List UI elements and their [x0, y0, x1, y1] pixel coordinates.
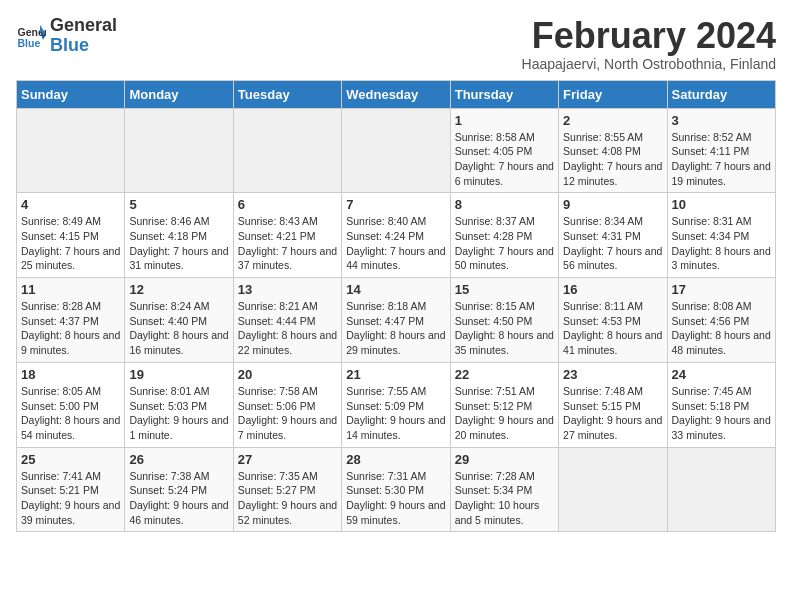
- calendar-cell: [559, 447, 667, 532]
- day-info: Sunrise: 7:31 AM Sunset: 5:30 PM Dayligh…: [346, 469, 445, 528]
- calendar-cell: 28Sunrise: 7:31 AM Sunset: 5:30 PM Dayli…: [342, 447, 450, 532]
- calendar-cell: 7Sunrise: 8:40 AM Sunset: 4:24 PM Daylig…: [342, 193, 450, 278]
- day-info: Sunrise: 7:35 AM Sunset: 5:27 PM Dayligh…: [238, 469, 337, 528]
- weekday-header-saturday: Saturday: [667, 80, 775, 108]
- calendar-cell: 15Sunrise: 8:15 AM Sunset: 4:50 PM Dayli…: [450, 278, 558, 363]
- weekday-header-sunday: Sunday: [17, 80, 125, 108]
- calendar-cell: 19Sunrise: 8:01 AM Sunset: 5:03 PM Dayli…: [125, 362, 233, 447]
- day-info: Sunrise: 8:55 AM Sunset: 4:08 PM Dayligh…: [563, 130, 662, 189]
- day-number: 11: [21, 282, 120, 297]
- day-info: Sunrise: 8:52 AM Sunset: 4:11 PM Dayligh…: [672, 130, 771, 189]
- day-number: 13: [238, 282, 337, 297]
- calendar-cell: 1Sunrise: 8:58 AM Sunset: 4:05 PM Daylig…: [450, 108, 558, 193]
- day-number: 5: [129, 197, 228, 212]
- day-info: Sunrise: 8:46 AM Sunset: 4:18 PM Dayligh…: [129, 214, 228, 273]
- day-number: 25: [21, 452, 120, 467]
- day-info: Sunrise: 8:37 AM Sunset: 4:28 PM Dayligh…: [455, 214, 554, 273]
- calendar-cell: 16Sunrise: 8:11 AM Sunset: 4:53 PM Dayli…: [559, 278, 667, 363]
- day-info: Sunrise: 8:18 AM Sunset: 4:47 PM Dayligh…: [346, 299, 445, 358]
- day-number: 22: [455, 367, 554, 382]
- calendar-cell: 13Sunrise: 8:21 AM Sunset: 4:44 PM Dayli…: [233, 278, 341, 363]
- day-number: 6: [238, 197, 337, 212]
- calendar-week-row: 4Sunrise: 8:49 AM Sunset: 4:15 PM Daylig…: [17, 193, 776, 278]
- day-info: Sunrise: 8:40 AM Sunset: 4:24 PM Dayligh…: [346, 214, 445, 273]
- calendar-cell: 8Sunrise: 8:37 AM Sunset: 4:28 PM Daylig…: [450, 193, 558, 278]
- day-number: 4: [21, 197, 120, 212]
- calendar-cell: 25Sunrise: 7:41 AM Sunset: 5:21 PM Dayli…: [17, 447, 125, 532]
- logo-icon: General Blue: [16, 21, 46, 51]
- day-info: Sunrise: 8:15 AM Sunset: 4:50 PM Dayligh…: [455, 299, 554, 358]
- calendar-cell: 21Sunrise: 7:55 AM Sunset: 5:09 PM Dayli…: [342, 362, 450, 447]
- main-title: February 2024: [522, 16, 776, 56]
- calendar-cell: 4Sunrise: 8:49 AM Sunset: 4:15 PM Daylig…: [17, 193, 125, 278]
- day-number: 15: [455, 282, 554, 297]
- calendar-week-row: 18Sunrise: 8:05 AM Sunset: 5:00 PM Dayli…: [17, 362, 776, 447]
- day-info: Sunrise: 8:01 AM Sunset: 5:03 PM Dayligh…: [129, 384, 228, 443]
- day-number: 1: [455, 113, 554, 128]
- calendar-cell: 20Sunrise: 7:58 AM Sunset: 5:06 PM Dayli…: [233, 362, 341, 447]
- day-info: Sunrise: 7:45 AM Sunset: 5:18 PM Dayligh…: [672, 384, 771, 443]
- day-number: 19: [129, 367, 228, 382]
- day-number: 7: [346, 197, 445, 212]
- day-info: Sunrise: 8:28 AM Sunset: 4:37 PM Dayligh…: [21, 299, 120, 358]
- day-info: Sunrise: 8:08 AM Sunset: 4:56 PM Dayligh…: [672, 299, 771, 358]
- day-info: Sunrise: 7:41 AM Sunset: 5:21 PM Dayligh…: [21, 469, 120, 528]
- day-number: 10: [672, 197, 771, 212]
- page-header: General Blue General Blue February 2024 …: [16, 16, 776, 72]
- day-info: Sunrise: 8:43 AM Sunset: 4:21 PM Dayligh…: [238, 214, 337, 273]
- day-info: Sunrise: 8:11 AM Sunset: 4:53 PM Dayligh…: [563, 299, 662, 358]
- calendar-week-row: 25Sunrise: 7:41 AM Sunset: 5:21 PM Dayli…: [17, 447, 776, 532]
- day-info: Sunrise: 7:51 AM Sunset: 5:12 PM Dayligh…: [455, 384, 554, 443]
- day-info: Sunrise: 7:38 AM Sunset: 5:24 PM Dayligh…: [129, 469, 228, 528]
- day-number: 9: [563, 197, 662, 212]
- calendar-cell: 5Sunrise: 8:46 AM Sunset: 4:18 PM Daylig…: [125, 193, 233, 278]
- calendar-cell: 2Sunrise: 8:55 AM Sunset: 4:08 PM Daylig…: [559, 108, 667, 193]
- calendar-cell: 11Sunrise: 8:28 AM Sunset: 4:37 PM Dayli…: [17, 278, 125, 363]
- calendar-cell: 22Sunrise: 7:51 AM Sunset: 5:12 PM Dayli…: [450, 362, 558, 447]
- weekday-header-thursday: Thursday: [450, 80, 558, 108]
- day-number: 16: [563, 282, 662, 297]
- day-info: Sunrise: 7:28 AM Sunset: 5:34 PM Dayligh…: [455, 469, 554, 528]
- weekday-header-row: SundayMondayTuesdayWednesdayThursdayFrid…: [17, 80, 776, 108]
- calendar-cell: [17, 108, 125, 193]
- day-number: 18: [21, 367, 120, 382]
- calendar-cell: [233, 108, 341, 193]
- day-number: 29: [455, 452, 554, 467]
- day-number: 8: [455, 197, 554, 212]
- day-number: 23: [563, 367, 662, 382]
- day-number: 21: [346, 367, 445, 382]
- day-number: 2: [563, 113, 662, 128]
- day-info: Sunrise: 8:34 AM Sunset: 4:31 PM Dayligh…: [563, 214, 662, 273]
- calendar-cell: 18Sunrise: 8:05 AM Sunset: 5:00 PM Dayli…: [17, 362, 125, 447]
- calendar-cell: 17Sunrise: 8:08 AM Sunset: 4:56 PM Dayli…: [667, 278, 775, 363]
- calendar-cell: 27Sunrise: 7:35 AM Sunset: 5:27 PM Dayli…: [233, 447, 341, 532]
- day-number: 24: [672, 367, 771, 382]
- day-number: 17: [672, 282, 771, 297]
- calendar-cell: 3Sunrise: 8:52 AM Sunset: 4:11 PM Daylig…: [667, 108, 775, 193]
- day-info: Sunrise: 8:58 AM Sunset: 4:05 PM Dayligh…: [455, 130, 554, 189]
- calendar-table: SundayMondayTuesdayWednesdayThursdayFrid…: [16, 80, 776, 533]
- day-info: Sunrise: 8:49 AM Sunset: 4:15 PM Dayligh…: [21, 214, 120, 273]
- weekday-header-friday: Friday: [559, 80, 667, 108]
- day-info: Sunrise: 8:05 AM Sunset: 5:00 PM Dayligh…: [21, 384, 120, 443]
- day-info: Sunrise: 8:21 AM Sunset: 4:44 PM Dayligh…: [238, 299, 337, 358]
- day-number: 20: [238, 367, 337, 382]
- day-number: 26: [129, 452, 228, 467]
- calendar-header: SundayMondayTuesdayWednesdayThursdayFrid…: [17, 80, 776, 108]
- day-info: Sunrise: 8:24 AM Sunset: 4:40 PM Dayligh…: [129, 299, 228, 358]
- subtitle: Haapajaervi, North Ostrobothnia, Finland: [522, 56, 776, 72]
- logo-general: General: [50, 16, 117, 36]
- weekday-header-monday: Monday: [125, 80, 233, 108]
- calendar-cell: [342, 108, 450, 193]
- weekday-header-tuesday: Tuesday: [233, 80, 341, 108]
- calendar-week-row: 11Sunrise: 8:28 AM Sunset: 4:37 PM Dayli…: [17, 278, 776, 363]
- calendar-cell: 29Sunrise: 7:28 AM Sunset: 5:34 PM Dayli…: [450, 447, 558, 532]
- day-info: Sunrise: 7:55 AM Sunset: 5:09 PM Dayligh…: [346, 384, 445, 443]
- calendar-cell: 26Sunrise: 7:38 AM Sunset: 5:24 PM Dayli…: [125, 447, 233, 532]
- calendar-cell: 23Sunrise: 7:48 AM Sunset: 5:15 PM Dayli…: [559, 362, 667, 447]
- day-number: 28: [346, 452, 445, 467]
- calendar-cell: 9Sunrise: 8:34 AM Sunset: 4:31 PM Daylig…: [559, 193, 667, 278]
- calendar-cell: 10Sunrise: 8:31 AM Sunset: 4:34 PM Dayli…: [667, 193, 775, 278]
- day-number: 14: [346, 282, 445, 297]
- calendar-week-row: 1Sunrise: 8:58 AM Sunset: 4:05 PM Daylig…: [17, 108, 776, 193]
